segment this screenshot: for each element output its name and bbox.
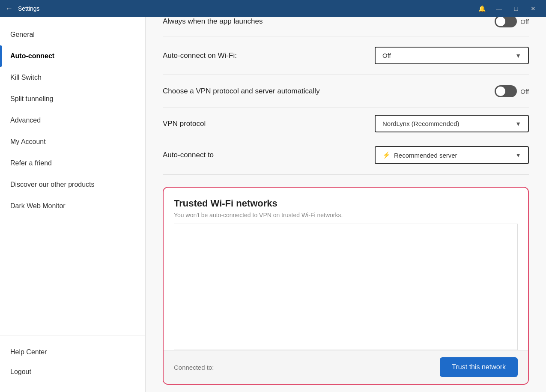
choose-vpn-toggle-label: Off: [520, 88, 529, 95]
trusted-networks-list: [174, 224, 518, 350]
sidebar-nav: General Auto-connect Kill Switch Split t…: [0, 17, 145, 335]
chevron-down-icon: ▼: [515, 152, 521, 159]
autoconnect-wifi-dropdown[interactable]: Off ▼: [375, 47, 529, 64]
sidebar-item-general[interactable]: General: [0, 24, 145, 45]
maximize-button[interactable]: □: [508, 2, 524, 15]
sidebar-bottom: Help Center Logout: [0, 335, 145, 392]
sidebar-item-my-account[interactable]: My Account: [0, 131, 145, 153]
trusted-networks-footer: Connected to: Trust this network: [164, 350, 528, 384]
autoconnect-wifi-row: Auto-connect on Wi-Fi: Off ▼: [163, 36, 529, 75]
autoconnect-wifi-label: Auto-connect on Wi-Fi:: [163, 51, 237, 60]
trusted-networks-subtitle: You won't be auto-connected to VPN on tr…: [174, 212, 518, 218]
notification-icon[interactable]: 🔔: [474, 2, 489, 15]
chevron-down-icon: ▼: [515, 120, 521, 127]
main-layout: General Auto-connect Kill Switch Split t…: [0, 17, 546, 392]
always-toggle-thumb: [496, 17, 505, 26]
back-button[interactable]: ←: [5, 4, 13, 13]
sidebar-item-split-tunneling[interactable]: Split tunneling: [0, 88, 145, 110]
auto-connect-to-value: Recommended server: [394, 152, 457, 159]
choose-vpn-toggle[interactable]: [495, 85, 517, 97]
choose-vpn-toggle-container: Off: [495, 85, 529, 97]
sidebar-item-advanced[interactable]: Advanced: [0, 110, 145, 131]
vpn-protocol-dropdown[interactable]: NordLynx (Recommended) ▼: [375, 115, 529, 132]
choose-vpn-row: Choose a VPN protocol and server automat…: [163, 75, 529, 108]
trusted-networks-header: Trusted Wi-Fi networks You won't be auto…: [164, 188, 528, 224]
choose-vpn-toggle-thumb: [496, 87, 505, 96]
always-toggle[interactable]: [495, 17, 517, 27]
trusted-networks-section: Trusted Wi-Fi networks You won't be auto…: [163, 187, 529, 385]
close-button[interactable]: ✕: [525, 2, 541, 15]
always-launches-label: Always when the app launches: [163, 17, 263, 26]
content-area: Always when the app launches Off Auto-co…: [146, 17, 546, 392]
choose-vpn-label: Choose a VPN protocol and server automat…: [163, 87, 320, 96]
window-controls: 🔔 — □ ✕: [474, 2, 541, 15]
chevron-down-icon: ▼: [515, 52, 521, 59]
minimize-button[interactable]: —: [491, 2, 507, 15]
sidebar: General Auto-connect Kill Switch Split t…: [0, 17, 146, 392]
lightning-icon: ⚡: [382, 151, 391, 159]
connected-to-label: Connected to:: [174, 364, 214, 371]
always-launches-row: Always when the app launches Off: [163, 17, 529, 36]
sidebar-item-discover-other[interactable]: Discover our other products: [0, 174, 145, 195]
autoconnect-wifi-value: Off: [382, 52, 391, 59]
sidebar-item-auto-connect[interactable]: Auto-connect: [0, 45, 145, 67]
window-title: Settings: [18, 5, 474, 12]
vpn-protocol-label: VPN protocol: [163, 120, 206, 128]
always-toggle-container: Off: [495, 17, 529, 27]
sidebar-item-kill-switch[interactable]: Kill Switch: [0, 67, 145, 88]
vpn-protocol-value: NordLynx (Recommended): [382, 120, 459, 127]
always-toggle-label: Off: [520, 18, 529, 25]
trust-network-button[interactable]: Trust this network: [440, 357, 518, 377]
titlebar: ← Settings 🔔 — □ ✕: [0, 0, 546, 17]
sidebar-item-logout[interactable]: Logout: [0, 362, 145, 382]
trusted-networks-title: Trusted Wi-Fi networks: [174, 198, 518, 209]
sidebar-item-dark-web[interactable]: Dark Web Monitor: [0, 195, 145, 217]
sidebar-item-help-center[interactable]: Help Center: [0, 342, 145, 362]
sidebar-item-refer-a-friend[interactable]: Refer a friend: [0, 153, 145, 174]
auto-connect-to-label: Auto-connect to: [163, 151, 214, 159]
vpn-protocol-row: VPN protocol NordLynx (Recommended) ▼: [163, 108, 529, 139]
auto-connect-to-dropdown[interactable]: ⚡ Recommended server ▼: [375, 146, 529, 164]
auto-connect-to-row: Auto-connect to ⚡ Recommended server ▼: [163, 139, 529, 175]
